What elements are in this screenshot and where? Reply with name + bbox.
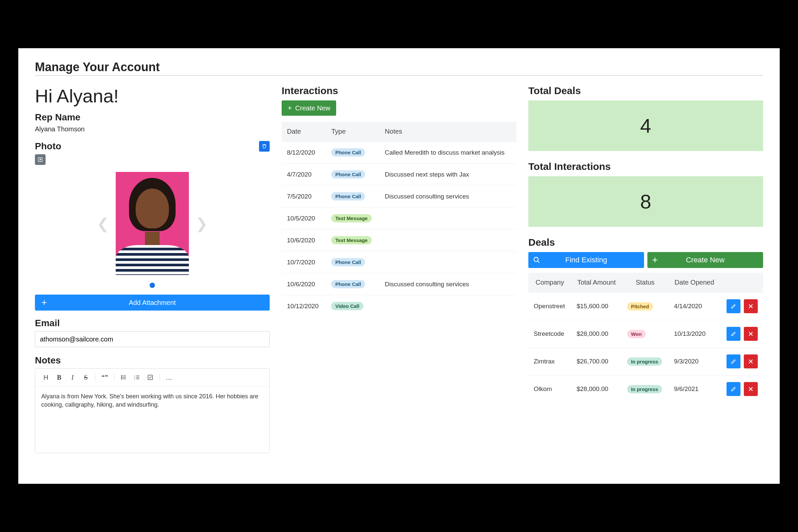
notes-toolbar: H B I S “” 123 — [35, 369, 269, 386]
cell-date: 10/7/2020 — [282, 251, 326, 273]
status-pill: Won — [627, 330, 646, 338]
type-pill: Text Message — [331, 214, 372, 223]
delete-button[interactable] — [744, 382, 758, 396]
table-row[interactable]: 10/7/2020Phone Call — [282, 251, 516, 273]
notes-text[interactable]: Alyana is from New York. She's been work… — [35, 386, 269, 453]
cell-type: Phone Call — [326, 164, 379, 186]
cell-notes: Called Meredith to discuss market analys… — [379, 141, 516, 164]
numbered-list-icon: 123 — [134, 374, 140, 380]
cell-type: Text Message — [326, 208, 379, 229]
bullet-list-button[interactable] — [118, 372, 130, 383]
table-row[interactable]: 7/5/2020Phone CallDiscussed consulting s… — [282, 186, 516, 208]
create-interaction-button[interactable]: + Create New — [282, 100, 336, 116]
cell-date: 4/7/2020 — [282, 164, 326, 186]
type-pill: Text Message — [331, 236, 372, 244]
pencil-icon — [730, 358, 737, 364]
greeting: Hi Alyana! — [35, 85, 270, 107]
edit-button[interactable] — [726, 299, 740, 313]
total-deals-title: Total Deals — [528, 85, 763, 96]
table-row[interactable]: 10/5/2020Text Message — [282, 208, 516, 229]
cell-date: 10/6/2020 — [282, 273, 326, 295]
cell-opened: 4/14/2020 — [669, 292, 720, 320]
cell-amount: $28,000.00 — [571, 375, 622, 403]
table-row[interactable]: 10/6/2020Phone CallDiscussed consulting … — [282, 273, 516, 295]
table-row[interactable]: Streetcode$28,000.00Won10/13/2020 — [528, 320, 763, 348]
pencil-icon — [730, 303, 737, 309]
photo-label: Photo — [35, 141, 61, 152]
type-pill: Video Call — [331, 302, 363, 310]
expand-photo-button[interactable] — [35, 154, 45, 165]
cell-type: Text Message — [326, 229, 379, 251]
carousel-next[interactable]: ❯ — [189, 215, 214, 232]
cell-company: Zimtrax — [528, 348, 571, 375]
edit-button[interactable] — [726, 327, 740, 341]
type-pill: Phone Call — [331, 192, 365, 201]
type-pill: Phone Call — [331, 280, 365, 288]
cell-type: Video Call — [326, 295, 379, 317]
cell-date: 10/5/2020 — [282, 208, 326, 229]
pencil-icon — [730, 331, 737, 337]
interactions-table: Date Type Notes 8/12/2020Phone CallCalle… — [282, 122, 516, 317]
cell-notes — [379, 229, 516, 251]
cell-notes: Discussed next steps with Jax — [379, 164, 516, 186]
cell-notes — [379, 295, 516, 317]
email-label: Email — [35, 318, 270, 328]
svg-line-15 — [538, 261, 540, 263]
more-button[interactable]: … — [163, 372, 175, 383]
table-row[interactable]: Olkom$28,000.00In progress9/6/2021 — [528, 375, 763, 403]
carousel-dot[interactable] — [150, 283, 155, 288]
cell-notes — [379, 251, 516, 273]
cell-amount: $26,700.00 — [571, 348, 622, 375]
expand-icon — [38, 157, 43, 162]
table-row[interactable]: 10/12/2020Video Call — [282, 295, 516, 317]
plus-icon: + — [35, 294, 54, 310]
cell-date: 10/12/2020 — [282, 295, 326, 317]
close-icon — [748, 331, 754, 337]
cell-company: Openstreet — [528, 292, 571, 320]
interactions-column: Interactions + Create New Date Type Note… — [282, 85, 516, 453]
add-attachment-button[interactable]: + Add Attachment — [35, 294, 270, 310]
find-existing-button[interactable]: Find Existing — [528, 252, 644, 268]
table-row[interactable]: 8/12/2020Phone CallCalled Meredith to di… — [282, 141, 516, 164]
delete-button[interactable] — [744, 299, 758, 313]
svg-rect-13 — [148, 375, 153, 380]
quote-button[interactable]: “” — [99, 372, 111, 383]
table-row[interactable]: Zimtrax$26,700.00In progress9/3/2020 — [528, 348, 763, 375]
total-deals-value: 4 — [528, 100, 763, 151]
checklist-icon — [147, 374, 153, 380]
carousel-prev[interactable]: ❮ — [90, 215, 116, 232]
cell-status: Pitched — [622, 292, 669, 320]
close-icon — [748, 358, 754, 364]
cell-type: Phone Call — [326, 251, 379, 273]
col-type: Type — [326, 122, 379, 141]
delete-button[interactable] — [744, 355, 758, 368]
heading-button[interactable]: H — [40, 372, 52, 383]
cell-status: In progress — [622, 348, 669, 375]
email-field[interactable] — [35, 331, 270, 347]
bold-button[interactable]: B — [53, 372, 65, 383]
edit-button[interactable] — [726, 355, 740, 368]
checklist-button[interactable] — [144, 372, 156, 383]
table-row[interactable]: 4/7/2020Phone CallDiscussed next steps w… — [282, 164, 516, 186]
page-title: Manage Your Account — [35, 60, 763, 76]
col-notes: Notes — [379, 122, 516, 141]
create-new-label: Create New — [295, 104, 330, 112]
create-deal-button[interactable]: + Create New — [647, 252, 763, 268]
create-new-label: Create New — [686, 256, 724, 264]
type-pill: Phone Call — [331, 258, 365, 266]
table-row[interactable]: Openstreet$15,600.00Pitched4/14/2020 — [528, 292, 763, 320]
edit-button[interactable] — [726, 382, 740, 396]
cell-company: Olkom — [528, 375, 571, 403]
cell-date: 8/12/2020 — [282, 141, 326, 164]
cell-notes: Discussed consulting services — [379, 273, 516, 295]
delete-photo-button[interactable] — [259, 141, 270, 152]
bullet-list-icon — [121, 374, 127, 380]
strike-button[interactable]: S — [80, 372, 92, 383]
italic-button[interactable]: I — [66, 372, 78, 383]
cell-type: Phone Call — [326, 186, 379, 208]
table-row[interactable]: 10/6/2020Text Message — [282, 229, 516, 251]
numbered-list-button[interactable]: 123 — [131, 372, 143, 383]
close-icon — [748, 386, 754, 392]
delete-button[interactable] — [744, 327, 758, 341]
cell-opened: 10/13/2020 — [669, 320, 720, 348]
